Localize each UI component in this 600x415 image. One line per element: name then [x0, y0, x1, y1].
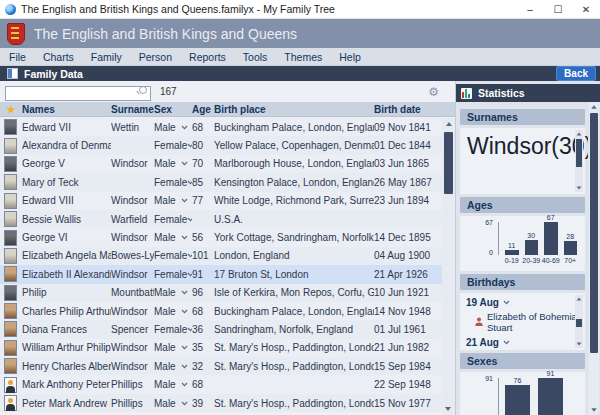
y-axis-label: 67 — [485, 219, 493, 226]
column-header-birth-date[interactable]: Birth date — [374, 104, 455, 115]
chevron-down-icon[interactable] — [181, 235, 188, 240]
table-row[interactable]: Henry Charles AlbertWindsorMale32St. Mar… — [0, 357, 442, 375]
chart-bar — [544, 222, 558, 255]
app-header: The English and British Kings and Queens — [0, 19, 600, 48]
menu-item-charts[interactable]: Charts — [43, 51, 74, 63]
menu-item-file[interactable]: File — [9, 51, 26, 63]
column-header-age[interactable]: Age — [192, 104, 214, 115]
minimize-button[interactable]: – — [516, 0, 544, 18]
statistics-scrollbar[interactable] — [589, 102, 599, 415]
sex-cell: Male — [154, 379, 192, 390]
column-header-names[interactable]: Names — [22, 104, 111, 115]
chevron-down-icon[interactable] — [187, 217, 192, 222]
portrait-thumbnail — [4, 138, 17, 154]
gear-icon[interactable]: ⚙ — [428, 86, 439, 98]
table-row[interactable]: George VWindsorMale70Marlborough House, … — [0, 155, 442, 173]
surname-cell: Wettin — [111, 122, 154, 133]
table-row[interactable]: Edward VIIIWindsorMale77White Lodge, Ric… — [0, 192, 442, 210]
age-cell: 32 — [192, 361, 214, 372]
sex-cell: Female — [154, 177, 192, 188]
column-header-sex[interactable]: Sex — [154, 104, 192, 115]
chevron-down-icon[interactable] — [181, 125, 188, 130]
sex-value: Male — [154, 398, 176, 409]
table-scrollbar-thumb[interactable] — [444, 132, 453, 194]
column-header-surname[interactable]: Surname — [111, 104, 154, 115]
app-icon — [5, 4, 16, 15]
table-body: Edward VIIWettinMale68Buckingham Palace,… — [0, 118, 442, 415]
table-row[interactable]: Charles Philip ArthurWindsorMale68Buckin… — [0, 302, 442, 320]
menu-item-help[interactable]: Help — [339, 51, 361, 63]
search-input[interactable] — [5, 86, 151, 101]
table-row[interactable]: Elizabeth Angela MargueriteBowes-LyonFem… — [0, 247, 442, 265]
table-row[interactable]: PhilipMountbattenMale96Isle of Kerkira, … — [0, 284, 442, 302]
chevron-down-icon[interactable] — [181, 198, 188, 203]
person-name-cell: Peter Mark Andrew — [22, 398, 111, 409]
column-header-birth-place[interactable]: Birth place — [214, 104, 374, 115]
scroll-up-icon[interactable] — [446, 122, 452, 126]
surname-cell: Windsor — [111, 306, 154, 317]
menu-item-family[interactable]: Family — [91, 51, 122, 63]
surname-cell: Phillips — [111, 398, 154, 409]
table-row[interactable]: Mary of TeckFemale85Kensington Palace, L… — [0, 173, 442, 191]
surname-cell: Windsor — [111, 195, 154, 206]
chart-bar-group: 76 — [505, 377, 530, 415]
menu-item-reports[interactable]: Reports — [189, 51, 226, 63]
table-row[interactable]: George VIWindsorMale56York Cottage, Sand… — [0, 228, 442, 246]
chevron-down-icon — [503, 300, 510, 305]
birth-date-cell: 15 Nov 1977 — [374, 398, 442, 409]
birthday-date-toggle[interactable]: 21 Aug — [460, 334, 585, 349]
table-row[interactable]: Peter Mark AndrewPhillipsMale39St. Mary'… — [0, 394, 442, 412]
table-scrollbar[interactable] — [442, 118, 455, 415]
menu-item-person[interactable]: Person — [139, 51, 172, 63]
surname-cloud-item[interactable]: Windsor(30) — [467, 133, 588, 159]
birth-place-cell: Yellow Palace, Copenhagen, Denmark — [214, 140, 374, 151]
maximize-button[interactable]: ☐ — [544, 0, 572, 18]
sex-cell: Male — [154, 232, 192, 243]
table-row[interactable]: Mark Anthony PeterPhillipsMale6822 Sep 1… — [0, 375, 442, 393]
birthdays-list: 19 Aug Elizabeth of Bohemia Stuart21 Aug… — [460, 293, 585, 350]
close-button[interactable]: ✕ — [572, 0, 600, 18]
statistics-scrollbar-thumb[interactable] — [590, 113, 598, 353]
birth-date-cell: 21 Apr 1926 — [374, 269, 442, 280]
bar-value-label: 11 — [508, 242, 515, 249]
birth-place-cell: Sandringham, Norfolk, England — [214, 324, 374, 335]
table-row[interactable]: Bessie WallisWarfieldFemaleU.S.A. — [0, 210, 442, 228]
person-name-cell: Mary of Teck — [22, 177, 111, 188]
portrait-thumbnail — [4, 358, 17, 374]
back-button[interactable]: Back — [556, 66, 596, 81]
surname-cell: Windsor — [111, 361, 154, 372]
sex-cell: Female — [154, 140, 192, 151]
table-row[interactable]: Alexandra of Denmark "Alix"Female80Yello… — [0, 136, 442, 154]
menu-item-themes[interactable]: Themes — [284, 51, 322, 63]
surname-cell: Windsor — [111, 342, 154, 353]
menu-item-tools[interactable]: Tools — [243, 51, 268, 63]
chevron-down-icon[interactable] — [181, 364, 188, 369]
chevron-down-icon[interactable] — [181, 345, 188, 350]
birthdays-scrollbar[interactable] — [575, 295, 583, 348]
chart-bar-group: 6740-69 — [544, 214, 558, 255]
table-row[interactable]: Edward VIIWettinMale68Buckingham Palace,… — [0, 118, 442, 136]
chevron-down-icon[interactable] — [181, 290, 188, 295]
table-row[interactable]: William Arthur PhilipWindsorMale35St. Ma… — [0, 339, 442, 357]
portrait-thumbnail — [4, 340, 17, 356]
chevron-down-icon[interactable] — [181, 161, 188, 166]
portrait-thumbnail — [4, 119, 17, 135]
birthday-date-toggle[interactable]: 19 Aug — [460, 294, 585, 309]
birth-date-cell: 09 Nov 1841 — [374, 122, 442, 133]
table-header: ★NamesSurnameSexAgeBirth placeBirth date — [0, 102, 455, 117]
table-row[interactable]: Elizabeth II Alexandra MaryWindsorFemale… — [0, 265, 442, 283]
scroll-down-icon[interactable] — [445, 407, 451, 411]
chevron-down-icon[interactable] — [181, 309, 188, 314]
birthday-person[interactable]: Elizabeth of Bohemia Stuart — [460, 309, 585, 334]
chevron-down-icon[interactable] — [181, 401, 188, 406]
person-icon — [475, 317, 483, 326]
person-name-cell: Henry Charles Albert — [22, 361, 111, 372]
surname-cell: Phillips — [111, 379, 154, 390]
birth-date-cell: 23 Jun 1894 — [374, 195, 442, 206]
cloud-scrollbar[interactable] — [575, 130, 583, 192]
birthday-person[interactable]: William IV — [460, 349, 585, 350]
table-row[interactable]: Diana FrancesSpencerFemale36Sandringham,… — [0, 320, 442, 338]
sex-cell: Female — [154, 324, 192, 335]
chevron-down-icon[interactable] — [181, 382, 188, 387]
x-axis-label: 40-69 — [542, 257, 560, 264]
